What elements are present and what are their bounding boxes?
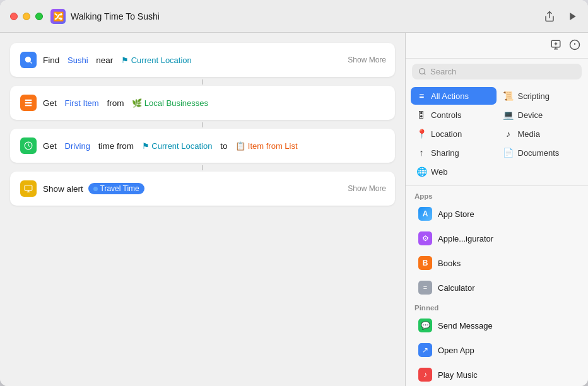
category-documents[interactable]: 📄 Documents bbox=[498, 144, 584, 161]
search-input[interactable] bbox=[430, 67, 575, 76]
svg-rect-7 bbox=[25, 185, 32, 190]
maximize-button[interactable] bbox=[35, 13, 43, 20]
get-item-card[interactable]: Get First Item from 🌿 Local Businesses bbox=[10, 86, 395, 120]
media-label: Media bbox=[518, 129, 540, 139]
find-near-label: near bbox=[94, 56, 116, 65]
category-sharing[interactable]: ↑ Sharing bbox=[411, 144, 497, 161]
right-list: Apps A App Store ⚙ Apple...igurator B Bo… bbox=[406, 189, 588, 386]
driving-token[interactable]: Driving bbox=[61, 141, 95, 151]
location-label: Location bbox=[431, 129, 462, 139]
search-icon bbox=[418, 67, 426, 76]
driving-time-label: time from bbox=[96, 141, 136, 151]
driving-current-location-token[interactable]: ⚑ Current Location bbox=[138, 141, 217, 151]
find-action-card[interactable]: Find Sushi near ⚑ Current Location Show … bbox=[10, 43, 395, 77]
apps-section-label: Apps bbox=[406, 189, 588, 201]
play-button[interactable] bbox=[568, 11, 578, 21]
play-music-label: Play Music bbox=[438, 370, 478, 380]
svg-marker-1 bbox=[570, 13, 575, 20]
scripting-icon: 📜 bbox=[503, 91, 514, 101]
scripting-label: Scripting bbox=[518, 91, 550, 101]
category-scripting[interactable]: 📜 Scripting bbox=[498, 87, 584, 105]
share-button[interactable] bbox=[544, 11, 555, 22]
category-web[interactable]: 🌐 Web bbox=[411, 163, 497, 180]
get-first-item-token[interactable]: First Item bbox=[61, 98, 103, 108]
all-actions-label: All Actions bbox=[431, 91, 469, 101]
books-icon: B bbox=[418, 256, 432, 270]
device-label: Device bbox=[518, 110, 543, 120]
device-icon: 💻 bbox=[503, 110, 514, 120]
pinned-section-label: Pinned bbox=[406, 300, 588, 313]
apple-configurator-label: Apple...igurator bbox=[438, 234, 493, 243]
left-panel: Find Sushi near ⚑ Current Location Show … bbox=[0, 33, 405, 386]
pill-label: Travel Time bbox=[100, 184, 139, 193]
svg-rect-3 bbox=[25, 100, 32, 101]
show-alert-label: Show alert bbox=[43, 184, 86, 194]
find-icon bbox=[20, 52, 37, 68]
app-icon: 🔀 bbox=[50, 9, 66, 24]
category-all-actions[interactable]: ≡ All Actions bbox=[411, 87, 497, 105]
svg-point-18 bbox=[420, 69, 425, 74]
app-store-label: App Store bbox=[438, 209, 474, 219]
get-label: Get bbox=[43, 98, 59, 108]
list-item-app-store[interactable]: A App Store bbox=[409, 202, 584, 226]
category-device[interactable]: 💻 Device bbox=[498, 106, 584, 124]
list-item-apple-configurator[interactable]: ⚙ Apple...igurator bbox=[409, 226, 584, 250]
info-button[interactable] bbox=[569, 39, 580, 53]
show-alert-card[interactable]: Show alert Travel Time Show More bbox=[10, 172, 395, 206]
minimize-button[interactable] bbox=[23, 13, 30, 20]
category-controls[interactable]: 🎛 Controls bbox=[411, 106, 497, 124]
category-location[interactable]: 📍 Location bbox=[411, 125, 497, 143]
location-icon: 📍 bbox=[416, 129, 427, 139]
pill-dot bbox=[93, 187, 98, 191]
right-panel: ≡ All Actions 📜 Scripting 🎛 Controls 💻 D… bbox=[405, 33, 588, 386]
web-label: Web bbox=[431, 167, 448, 177]
alert-icon bbox=[20, 180, 37, 197]
list-item-send-message[interactable]: 💬 Send Message bbox=[409, 313, 584, 337]
divider-1 bbox=[406, 185, 588, 186]
send-message-label: Send Message bbox=[438, 321, 493, 330]
clock-icon bbox=[20, 137, 37, 154]
get-businesses-token[interactable]: 🌿 Local Businesses bbox=[127, 98, 213, 108]
driving-item-token[interactable]: 📋 Item from List bbox=[231, 141, 302, 151]
main-window: 🔀 Walking Time To Sushi bbox=[0, 0, 588, 386]
traffic-lights bbox=[10, 13, 43, 20]
connector-2 bbox=[202, 122, 203, 127]
app-store-icon: A bbox=[418, 207, 432, 221]
get-icon bbox=[20, 95, 37, 111]
add-to-shortcut-button[interactable] bbox=[550, 39, 562, 53]
calculator-label: Calculator bbox=[438, 283, 475, 293]
list-item-calculator[interactable]: = Calculator bbox=[409, 276, 584, 300]
list-item-open-app[interactable]: ↗ Open App bbox=[409, 338, 584, 362]
sharing-label: Sharing bbox=[431, 148, 459, 158]
find-sushi-token[interactable]: Sushi bbox=[63, 55, 93, 66]
search-bar bbox=[412, 64, 582, 79]
media-icon: ♪ bbox=[503, 129, 514, 139]
get-from-label: from bbox=[105, 98, 127, 108]
titlebar-actions bbox=[544, 11, 578, 22]
driving-get-label: Get bbox=[43, 141, 59, 151]
category-media[interactable]: ♪ Media bbox=[498, 125, 584, 143]
list-item-play-music[interactable]: ♪ Play Music bbox=[409, 363, 584, 386]
close-button[interactable] bbox=[10, 13, 18, 20]
controls-icon: 🎛 bbox=[416, 110, 427, 120]
open-app-icon: ↗ bbox=[418, 343, 432, 357]
titlebar: 🔀 Walking Time To Sushi bbox=[0, 0, 588, 33]
svg-rect-4 bbox=[25, 102, 32, 103]
list-item-books[interactable]: B Books bbox=[409, 251, 584, 275]
alert-show-more[interactable]: Show More bbox=[348, 184, 386, 193]
all-actions-icon: ≡ bbox=[416, 91, 427, 101]
play-music-icon: ♪ bbox=[418, 368, 432, 382]
find-show-more[interactable]: Show More bbox=[348, 56, 386, 64]
travel-time-pill[interactable]: Travel Time bbox=[88, 183, 144, 194]
apple-configurator-icon: ⚙ bbox=[418, 231, 432, 245]
documents-label: Documents bbox=[518, 148, 560, 158]
send-message-icon: 💬 bbox=[418, 319, 432, 332]
find-label: Find bbox=[43, 56, 62, 65]
books-label: Books bbox=[438, 259, 461, 268]
connector-3 bbox=[202, 165, 203, 170]
right-header bbox=[406, 33, 588, 59]
documents-icon: 📄 bbox=[503, 148, 514, 158]
find-location-token[interactable]: ⚑ Current Location bbox=[117, 55, 196, 66]
content-area: Find Sushi near ⚑ Current Location Show … bbox=[0, 33, 588, 386]
get-driving-card[interactable]: Get Driving time from ⚑ Current Location… bbox=[10, 129, 395, 163]
